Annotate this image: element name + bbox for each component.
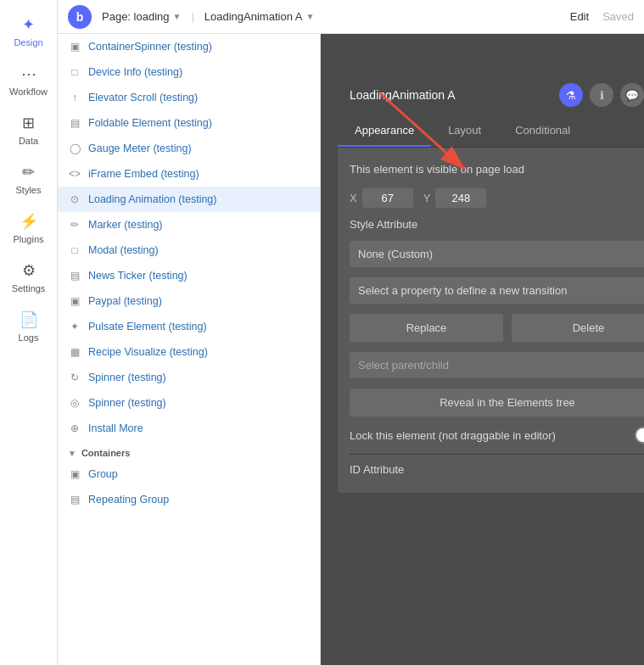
list-item[interactable]: ✦ Pulsate Element (testing) bbox=[58, 314, 320, 339]
y-input[interactable] bbox=[435, 188, 486, 208]
list-item[interactable]: ✏ Marker (testing) bbox=[58, 212, 320, 238]
tab-layout[interactable]: Layout bbox=[431, 115, 498, 147]
section-name: Containers bbox=[81, 448, 130, 458]
list-item[interactable]: ▤ News Ticker (testing) bbox=[58, 263, 320, 288]
list-item[interactable]: □ Device Info (testing) bbox=[58, 59, 320, 85]
element-icon: ▣ bbox=[68, 467, 81, 481]
list-item-group[interactable]: ▣ Group bbox=[58, 461, 320, 487]
element-icon: ◯ bbox=[68, 142, 81, 155]
element-icon: ▤ bbox=[68, 269, 81, 282]
element-label: Recipe Visualize (testing) bbox=[88, 346, 208, 358]
list-item-loading-animation[interactable]: ⊙ Loading Animation (testing) bbox=[58, 187, 320, 212]
saved-button[interactable]: Saved bbox=[602, 10, 634, 23]
style-attribute-label: Style Attribute bbox=[350, 218, 644, 231]
transition-placeholder: Select a property to define a new transi… bbox=[358, 284, 567, 297]
parent-child-dropdown[interactable]: Select parent/child ▼ bbox=[350, 352, 644, 378]
settings-icon: ⚙ bbox=[22, 261, 36, 280]
page-label: Page: loading bbox=[102, 10, 170, 23]
element-icon: ▣ bbox=[68, 294, 81, 308]
list-item[interactable]: ▣ Paypal (testing) bbox=[58, 288, 320, 314]
page-selector[interactable]: Page: loading ▼ bbox=[102, 10, 181, 23]
elements-list: ▣ ContainerSpinner (testing) □ Device In… bbox=[58, 34, 321, 665]
sidebar-item-workflow[interactable]: ⋯ Workflow bbox=[0, 56, 57, 105]
design-icon: ✦ bbox=[22, 15, 35, 34]
list-item[interactable]: ↻ Spinner (testing) bbox=[58, 365, 320, 390]
modal-icon-info[interactable]: ℹ bbox=[590, 83, 613, 107]
element-icon: ◎ bbox=[68, 396, 81, 410]
list-item[interactable]: <> iFrame Embed (testing) bbox=[58, 161, 320, 187]
list-item[interactable]: ◎ Spinner (testing) bbox=[58, 390, 320, 416]
left-sidebar: ✦ Design ⋯ Workflow ⊞ Data ✏ Styles ⚡ Pl… bbox=[0, 0, 58, 665]
properties-modal: LoadingAnimation A ⚗ ℹ 💬 ✕ Appearance La… bbox=[338, 75, 644, 493]
element-icon: ↑ bbox=[68, 91, 81, 104]
sidebar-item-plugins[interactable]: ⚡ Plugins bbox=[0, 204, 57, 253]
modal-header: LoadingAnimation A ⚗ ℹ 💬 ✕ bbox=[338, 75, 644, 115]
element-icon: ▣ bbox=[68, 40, 81, 53]
modal-icon-flask[interactable]: ⚗ bbox=[559, 83, 583, 107]
list-item[interactable]: ▦ Recipe Visualize (testing) bbox=[58, 339, 320, 365]
sidebar-item-data[interactable]: ⊞ Data bbox=[0, 105, 57, 154]
list-item[interactable]: ◯ Gauge Meter (testing) bbox=[58, 136, 320, 161]
element-label: Loading Animation (testing) bbox=[88, 193, 216, 205]
element-icon: ▤ bbox=[68, 116, 81, 130]
tab-appearance[interactable]: Appearance bbox=[338, 115, 431, 147]
x-input[interactable] bbox=[362, 188, 413, 208]
sidebar-label-logs: Logs bbox=[19, 332, 39, 343]
animation-chevron: ▼ bbox=[305, 12, 314, 21]
parent-child-placeholder: Select parent/child bbox=[358, 359, 449, 372]
style-attribute-section: Style Attribute bbox=[350, 218, 644, 231]
list-item[interactable]: ↑ Elevator Scroll (testing) bbox=[58, 85, 320, 110]
list-item[interactable]: □ Modal (testing) bbox=[58, 238, 320, 263]
element-label: Paypal (testing) bbox=[88, 295, 162, 307]
replace-button[interactable]: Replace bbox=[350, 314, 503, 342]
lock-toggle[interactable] bbox=[635, 427, 644, 444]
element-label: Install More bbox=[88, 422, 143, 434]
main-panel: b Page: loading ▼ | LoadingAnimation A ▼… bbox=[58, 0, 644, 665]
element-icon: ▤ bbox=[68, 493, 81, 506]
plugins-icon: ⚡ bbox=[20, 212, 38, 231]
reveal-button[interactable]: Reveal in the Elements tree bbox=[350, 388, 644, 416]
element-label: Pulsate Element (testing) bbox=[88, 321, 207, 332]
x-group: X bbox=[350, 188, 413, 208]
style-attribute-value: None (Custom) bbox=[358, 248, 433, 260]
page-chevron: ▼ bbox=[173, 12, 182, 21]
section-arrow[interactable]: ▼ bbox=[68, 449, 76, 458]
element-icon: □ bbox=[68, 65, 81, 79]
tab-conditional[interactable]: Conditional bbox=[498, 115, 587, 147]
element-label: Foldable Element (testing) bbox=[88, 117, 212, 129]
sidebar-item-settings[interactable]: ⚙ Settings bbox=[0, 253, 57, 302]
lock-label: Lock this element (not draggable in edit… bbox=[350, 429, 556, 442]
top-bar: b Page: loading ▼ | LoadingAnimation A ▼… bbox=[58, 0, 644, 34]
sidebar-item-styles[interactable]: ✏ Styles bbox=[0, 154, 57, 204]
element-label: Group bbox=[88, 468, 118, 480]
element-label: News Ticker (testing) bbox=[88, 270, 188, 282]
list-item-repeating-group[interactable]: ▤ Repeating Group bbox=[58, 487, 320, 512]
element-icon: ✦ bbox=[68, 320, 81, 333]
sidebar-item-logs[interactable]: 📄 Logs bbox=[0, 302, 57, 351]
list-item[interactable]: ▣ ContainerSpinner (testing) bbox=[58, 34, 320, 59]
sidebar-label-styles: Styles bbox=[16, 185, 42, 195]
element-icon: ⊕ bbox=[68, 422, 81, 435]
element-label: Gauge Meter (testing) bbox=[88, 142, 192, 154]
list-item[interactable]: ▤ Foldable Element (testing) bbox=[58, 110, 320, 136]
element-label: Spinner (testing) bbox=[88, 372, 166, 383]
top-bar-actions: Edit Saved bbox=[570, 10, 634, 23]
element-icon: <> bbox=[68, 167, 81, 181]
transition-dropdown[interactable]: Select a property to define a new transi… bbox=[350, 277, 644, 304]
animation-label: LoadingAnimation A bbox=[204, 10, 303, 23]
y-label: Y bbox=[423, 192, 431, 204]
list-item-install-more[interactable]: ⊕ Install More bbox=[58, 416, 320, 441]
modal-icon-comment[interactable]: 💬 bbox=[620, 83, 644, 107]
element-label: Device Info (testing) bbox=[88, 66, 182, 78]
lock-row: Lock this element (not draggable in edit… bbox=[350, 427, 644, 444]
animation-selector[interactable]: LoadingAnimation A ▼ bbox=[204, 10, 315, 23]
sidebar-item-design[interactable]: ✦ Design bbox=[0, 7, 57, 56]
modal-title: LoadingAnimation A bbox=[350, 88, 456, 102]
y-group: Y bbox=[423, 188, 487, 208]
action-buttons: Replace Delete bbox=[350, 314, 644, 342]
sidebar-label-plugins: Plugins bbox=[13, 234, 43, 244]
style-attribute-dropdown[interactable]: None (Custom) ▼ bbox=[350, 241, 644, 267]
delete-button[interactable]: Delete bbox=[512, 314, 644, 342]
edit-button[interactable]: Edit bbox=[570, 10, 589, 23]
right-panel: LoadingAnimation A ⚗ ℹ 💬 ✕ Appearance La… bbox=[321, 34, 644, 665]
